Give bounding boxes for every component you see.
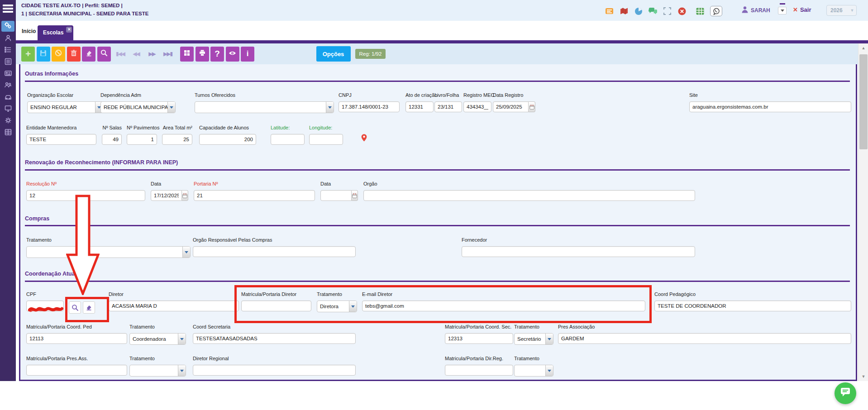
gear-icon	[5, 117, 12, 126]
preview-button[interactable]	[226, 47, 239, 62]
grid-table-icon[interactable]	[696, 7, 704, 15]
field-cpf: CPF	[26, 291, 64, 311]
field-resolucao-data: Data	[151, 181, 188, 201]
sidebar-item-gear[interactable]	[1, 116, 14, 127]
map-pin-icon[interactable]	[361, 134, 367, 143]
close-circle-icon[interactable]	[677, 7, 686, 15]
tasks-list-icon	[5, 46, 12, 55]
last-record-button[interactable]: ▶▶▮	[160, 51, 176, 57]
logout-label: Sair	[800, 6, 811, 13]
sidebar-item-card[interactable]	[1, 69, 14, 80]
chat-bubbles-icon[interactable]	[649, 7, 657, 15]
field-orgao: Orgão	[363, 181, 695, 201]
scroll-down-arrow[interactable]: ▼	[858, 372, 868, 381]
tab-row	[16, 21, 868, 40]
field-area-total: Area Total m²	[162, 125, 192, 145]
field-portaria-num: Portaria Nº	[194, 181, 315, 201]
chat-bubble-icon	[840, 387, 851, 399]
eye-icon	[229, 50, 236, 58]
field-longitude: Longitude:	[309, 125, 343, 145]
sidebar-item-users[interactable]	[1, 81, 14, 91]
user-avatar-icon	[741, 6, 749, 15]
field-resolucao-num: Resolução Nº	[26, 181, 145, 201]
previous-record-button[interactable]: ◀◀	[128, 51, 144, 57]
add-button[interactable]: +	[21, 47, 35, 62]
field-orgao-compras: Orgão Responsável Pelas Compras	[193, 237, 356, 257]
options-button[interactable]: Opções	[316, 46, 351, 62]
tab-close-icon[interactable]: ✕	[66, 27, 72, 33]
form-icon[interactable]	[605, 7, 614, 15]
ban-icon	[55, 49, 62, 58]
user-menu[interactable]: SARAH	[741, 6, 770, 15]
id-card-icon	[5, 70, 12, 79]
year-select[interactable]: 2026 ▼	[826, 5, 857, 16]
calendar-icon[interactable]	[529, 101, 535, 112]
printer-icon	[199, 50, 205, 58]
cpf-search-button[interactable]	[69, 301, 81, 314]
field-coord-pedagogico: Coord Pedagógico	[654, 291, 851, 311]
field-capacidade-alunos: Capacidade de Alunos	[199, 125, 256, 145]
next-record-button[interactable]: ▶▶	[144, 51, 160, 57]
field-fornecedor: Fornecedor	[462, 237, 695, 257]
field-email-diretor: E-mail Diretor	[362, 291, 645, 311]
field-matricula-diretor: Matricula/Portaria Diretor	[241, 291, 311, 311]
fullscreen-icon[interactable]	[663, 7, 672, 15]
info-icon: i	[247, 49, 249, 58]
chevron-down-icon	[349, 301, 357, 312]
eraser-icon	[86, 50, 92, 58]
tab-escolas-label: Escolas	[43, 29, 63, 36]
chevron-down-icon	[326, 102, 334, 113]
print-button[interactable]	[196, 47, 209, 62]
cancel-button[interactable]	[52, 47, 65, 62]
tab-inicio[interactable]: Início	[22, 28, 36, 34]
field-tratamento-coord-sec: TratamentoSecretário	[514, 324, 553, 345]
field-tratamento-diretor: TratamentoDiretora	[317, 291, 357, 312]
info-button[interactable]: i	[241, 47, 254, 62]
sidebar-item-vehicle[interactable]	[1, 92, 14, 103]
grid-view-button[interactable]	[180, 47, 194, 62]
chat-widget-button[interactable]	[835, 382, 856, 404]
section-divider	[25, 281, 850, 282]
search-icon	[100, 49, 108, 58]
user-dropdown-button[interactable]	[778, 7, 787, 14]
whatsapp-icon[interactable]	[710, 6, 722, 16]
field-portaria-data: Data	[320, 181, 358, 201]
grid-icon	[184, 50, 190, 58]
map-icon[interactable]	[620, 7, 628, 15]
scrollbar-thumb[interactable]	[859, 54, 868, 149]
record-count-badge: Reg: 1/92	[355, 49, 386, 59]
field-num-pavimentos: Nº Pavimentos	[127, 125, 157, 145]
calendar-icon[interactable]	[182, 190, 188, 201]
field-cnpj: CNPJ	[339, 92, 400, 112]
delete-button[interactable]	[67, 47, 81, 62]
tab-escolas[interactable]: Escolas ✕	[38, 25, 73, 40]
chevron-down-icon	[178, 334, 186, 344]
calendar-icon[interactable]	[352, 190, 358, 201]
field-tratamento-dir-reg: Tratamento	[514, 356, 553, 377]
field-data-registro: Data Registro	[493, 92, 535, 112]
clear-button[interactable]	[82, 47, 95, 62]
vertical-scrollbar[interactable]: ▲ ▼	[858, 43, 868, 381]
sidebar-item-list[interactable]	[1, 57, 14, 68]
car-icon	[5, 93, 12, 102]
pie-chart-icon[interactable]	[634, 7, 643, 15]
logout-button[interactable]: ✕ Sair	[793, 6, 811, 13]
sidebar-item-person[interactable]	[1, 33, 14, 44]
window-dash-decoration	[780, 3, 785, 5]
first-record-button[interactable]: ▮◀◀	[112, 51, 128, 57]
hamburger-menu-icon[interactable]	[3, 5, 13, 14]
year-value: 2026	[827, 7, 848, 14]
field-matricula-coord-ped: Matricula/Portaria Coord. Ped	[26, 324, 127, 344]
section-title-renovacao: Renovação de Reconhecimento (INFORMAR PA…	[25, 159, 178, 166]
field-entidade-mantenedora: Entidade Mantenedora	[26, 125, 96, 145]
save-button[interactable]	[37, 47, 50, 62]
sidebar-item-table[interactable]	[1, 128, 14, 138]
search-button[interactable]	[97, 47, 111, 62]
scroll-up-arrow[interactable]: ▲	[858, 43, 868, 52]
sidebar-item-monitor[interactable]	[1, 104, 14, 115]
plus-icon: +	[25, 49, 31, 59]
cpf-clear-button[interactable]	[83, 301, 95, 314]
sidebar-item-settings[interactable]	[1, 21, 14, 32]
sidebar-item-tasks[interactable]	[1, 45, 14, 56]
help-button[interactable]: ?	[210, 47, 224, 62]
